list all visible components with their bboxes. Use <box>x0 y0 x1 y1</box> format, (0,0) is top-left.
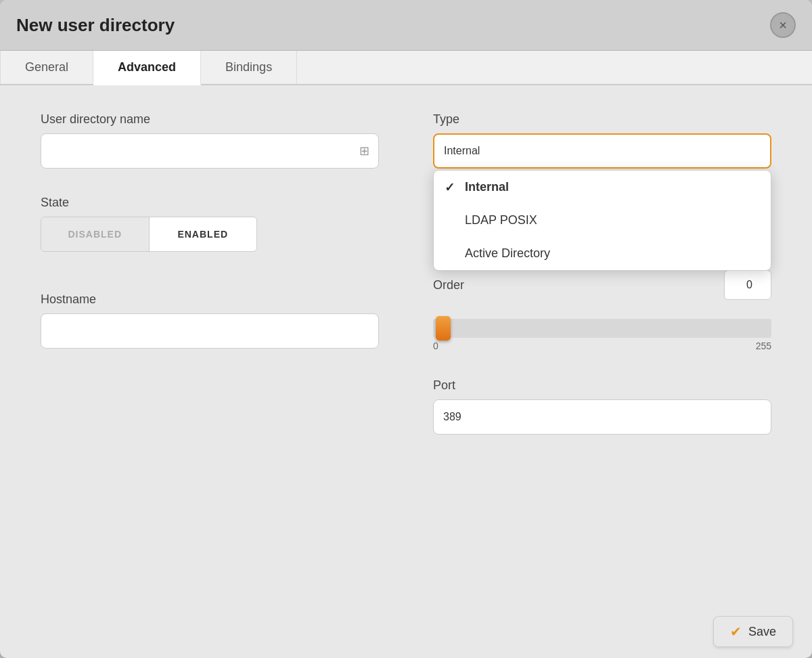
state-enabled-button[interactable]: ENABLED <box>150 217 257 251</box>
port-label: Port <box>433 378 771 393</box>
tab-bindings[interactable]: Bindings <box>201 51 297 84</box>
type-selected-value: Internal <box>444 145 480 157</box>
form-grid: User directory name ⊞ State DISABLED <box>41 112 771 435</box>
hostname-input[interactable] <box>41 313 379 349</box>
directory-name-input-wrapper: ⊞ <box>41 133 379 169</box>
right-column: Type Internal Internal LDAP POSIX <box>433 112 771 435</box>
directory-name-input[interactable] <box>41 133 379 169</box>
contacts-icon: ⊞ <box>359 144 369 158</box>
left-column: User directory name ⊞ State DISABLED <box>41 112 379 435</box>
hostname-field: Hostname <box>41 292 379 349</box>
port-field: Port <box>433 378 771 435</box>
port-input[interactable] <box>433 399 771 435</box>
form-content: User directory name ⊞ State DISABLED <box>0 85 812 605</box>
footer: ✔ Save <box>0 605 812 658</box>
dropdown-item-ldap-posix[interactable]: LDAP POSIX <box>434 204 771 237</box>
dialog-title: New user directory <box>16 15 175 36</box>
slider-thumb[interactable] <box>436 316 451 341</box>
state-toggle: DISABLED ENABLED <box>41 217 257 252</box>
directory-name-field: User directory name ⊞ <box>41 112 379 169</box>
close-button[interactable]: × <box>770 12 796 38</box>
slider-min-label: 0 <box>433 341 438 351</box>
state-field: State DISABLED ENABLED <box>41 196 379 252</box>
hostname-label: Hostname <box>41 292 379 307</box>
order-input[interactable] <box>724 270 771 300</box>
type-dropdown-menu: Internal LDAP POSIX Active Directory <box>433 170 771 271</box>
close-icon: × <box>779 18 787 33</box>
save-button[interactable]: ✔ Save <box>713 616 793 647</box>
slider-track <box>433 319 771 338</box>
save-check-icon: ✔ <box>730 623 742 640</box>
type-label: Type <box>433 112 771 127</box>
state-label: State <box>41 196 379 210</box>
type-select-display[interactable]: Internal <box>433 133 771 169</box>
type-dropdown-container: Internal Internal LDAP POSIX Active Di <box>433 133 771 169</box>
order-field: Order <box>433 270 771 300</box>
slider-max-label: 255 <box>756 341 771 351</box>
tab-advanced[interactable]: Advanced <box>93 51 201 85</box>
tab-general[interactable]: General <box>0 51 93 84</box>
state-disabled-button[interactable]: DISABLED <box>41 217 150 251</box>
tabs-bar: General Advanced Bindings <box>0 51 812 85</box>
order-label: Order <box>433 278 464 292</box>
slider-fill <box>433 319 771 338</box>
new-user-directory-dialog: New user directory × General Advanced Bi… <box>0 0 812 658</box>
slider-labels: 0 255 <box>433 341 771 351</box>
title-bar: New user directory × <box>0 0 812 51</box>
dropdown-item-active-directory[interactable]: Active Directory <box>434 237 771 270</box>
directory-name-label: User directory name <box>41 112 379 127</box>
dropdown-item-internal[interactable]: Internal <box>434 171 771 204</box>
slider-field: 0 255 <box>433 319 771 351</box>
type-field: Type Internal Internal LDAP POSIX <box>433 112 771 169</box>
save-label: Save <box>748 625 776 639</box>
